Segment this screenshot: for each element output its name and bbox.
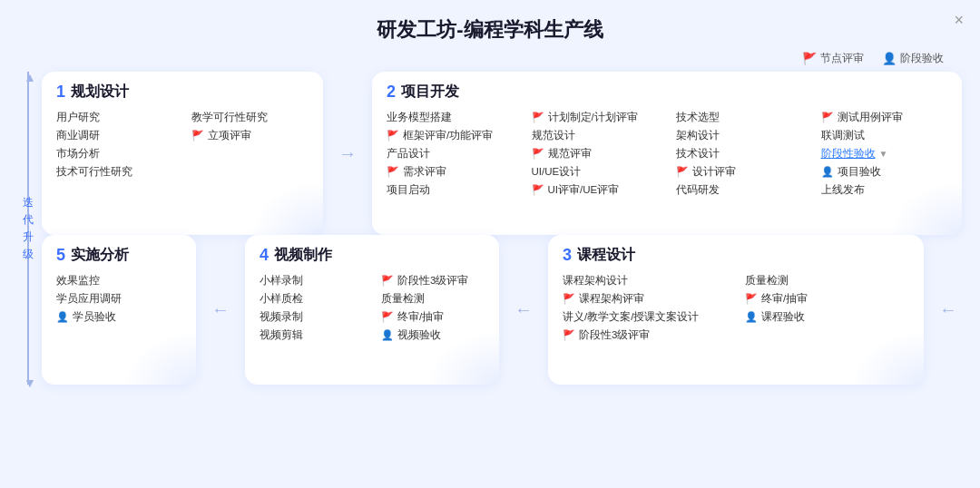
phase5-col1: 效果监控 学员应用调研 👤学员验收 bbox=[56, 274, 181, 324]
phase4-title: 视频制作 bbox=[274, 246, 332, 265]
top-row: 1 规划设计 用户研究 商业调研 市场分析 技术可行性研究 教学可行性研究 🚩立… bbox=[42, 72, 962, 235]
phase5-title: 实施分析 bbox=[71, 246, 129, 265]
list-item: 👤项目验收 bbox=[821, 165, 948, 179]
list-item: 🚩规范评审 bbox=[532, 147, 659, 161]
phase2-card: 2 项目开发 业务模型搭建 🚩框架评审/功能评审 产品设计 🚩需求评审 项目启动… bbox=[372, 72, 962, 235]
person-legend-label: 阶段验收 bbox=[900, 51, 944, 66]
list-item: 🚩终审/抽审 bbox=[381, 310, 485, 324]
list-item: 🚩设计评审 bbox=[676, 165, 803, 179]
phase1-body: 用户研究 商业调研 市场分析 技术可行性研究 教学可行性研究 🚩立项评审 bbox=[56, 111, 309, 179]
list-item: 商业调研 bbox=[56, 129, 173, 142]
phase1-number: 1 bbox=[56, 83, 65, 102]
list-item: 技术可行性研究 bbox=[56, 165, 173, 179]
phase1-card: 1 规划设计 用户研究 商业调研 市场分析 技术可行性研究 教学可行性研究 🚩立… bbox=[42, 72, 323, 235]
legend: 🚩 节点评审 👤 阶段验收 bbox=[0, 51, 980, 66]
phase4-header: 4 视频制作 bbox=[260, 246, 485, 265]
list-item: 效果监控 bbox=[56, 274, 181, 288]
close-button[interactable]: × bbox=[954, 11, 964, 30]
list-item: 👤学员验收 bbox=[56, 310, 181, 324]
list-item: 质量检测 bbox=[381, 292, 485, 306]
list-item: 🚩课程架构评审 bbox=[563, 292, 727, 306]
phase3-col1: 课程架构设计 🚩课程架构评审 讲义/教学文案/授课文案设计 🚩阶段性3级评审 bbox=[563, 274, 727, 342]
list-item: 🚩计划制定/计划评审 bbox=[532, 111, 659, 124]
legend-flag: 🚩 节点评审 bbox=[802, 51, 864, 66]
phase3-number: 3 bbox=[563, 246, 572, 265]
list-item: 课程架构设计 bbox=[563, 274, 727, 288]
phase2-body: 业务模型搭建 🚩框架评审/功能评审 产品设计 🚩需求评审 项目启动 🚩计划制定/… bbox=[387, 111, 947, 197]
phase5-card: 5 实施分析 效果监控 学员应用调研 👤学员验收 bbox=[42, 235, 196, 385]
page-title: 研发工坊-编程学科生产线 bbox=[0, 0, 980, 51]
phase1-title: 规划设计 bbox=[71, 83, 129, 102]
list-item: 规范设计 bbox=[532, 129, 659, 142]
outer-wrapper: ▲ ▼ 迭代升级 1 规划设计 用户研究 商业调研 市场分析 技术可行性研究 bbox=[18, 72, 962, 385]
phase1-col2: 教学可行性研究 🚩立项评审 bbox=[191, 111, 309, 179]
list-item: 小样录制 bbox=[260, 274, 363, 288]
flag-legend-icon: 🚩 bbox=[802, 52, 817, 65]
list-item: 🚩立项评审 bbox=[191, 129, 309, 142]
list-item: 🚩阶段性3级评审 bbox=[381, 274, 485, 288]
phase2-col4: 🚩测试用例评审 联调测试 阶段性验收 ▼ 👤项目验收 上线发布 bbox=[821, 111, 948, 197]
phase2-title: 项目开发 bbox=[401, 83, 459, 102]
list-item: 👤视频验收 bbox=[381, 328, 485, 342]
phase5-header: 5 实施分析 bbox=[56, 246, 181, 265]
list-item: 🚩需求评审 bbox=[387, 165, 514, 179]
phase2-col2: 🚩计划制定/计划评审 规范设计 🚩规范评审 UI/UE设计 🚩UI评审/UE评审 bbox=[532, 111, 659, 197]
list-item: 用户研究 bbox=[56, 111, 173, 124]
arrow-3to4: ← bbox=[510, 235, 537, 385]
phase1-col1: 用户研究 商业调研 市场分析 技术可行性研究 bbox=[56, 111, 173, 179]
phase2-col3: 技术选型 架构设计 技术设计 🚩设计评审 代码研发 bbox=[676, 111, 803, 197]
phase5-body: 效果监控 学员应用调研 👤学员验收 bbox=[56, 274, 181, 324]
list-item: 项目启动 bbox=[387, 183, 514, 197]
list-item: 学员应用调研 bbox=[56, 292, 181, 306]
flag-legend-label: 节点评审 bbox=[820, 51, 864, 66]
list-item: 质量检测 bbox=[745, 274, 909, 288]
arrow-4to5: ← bbox=[207, 235, 234, 385]
list-item: 小样质检 bbox=[260, 292, 363, 306]
list-item: 🚩UI评审/UE评审 bbox=[532, 183, 659, 197]
iteration-label: 迭代升级 bbox=[18, 195, 38, 262]
list-item: 🚩终审/抽审 bbox=[745, 292, 909, 306]
arrow-1to2: → bbox=[334, 72, 361, 235]
iter-arrow-down: ▼ bbox=[24, 376, 36, 390]
list-item: 上线发布 bbox=[821, 183, 948, 197]
main-content: ▲ ▼ 迭代升级 1 规划设计 用户研究 商业调研 市场分析 技术可行性研究 bbox=[0, 72, 980, 385]
phase5-number: 5 bbox=[56, 246, 65, 265]
legend-person: 👤 阶段验收 bbox=[882, 51, 944, 66]
list-item: UI/UE设计 bbox=[532, 165, 659, 179]
bottom-row: 5 实施分析 效果监控 学员应用调研 👤学员验收 ← 4 视频制作 bbox=[42, 235, 962, 385]
phase2-number: 2 bbox=[387, 83, 396, 102]
phase3-title: 课程设计 bbox=[577, 246, 635, 265]
phase3-card: 3 课程设计 课程架构设计 🚩课程架构评审 讲义/教学文案/授课文案设计 🚩阶段… bbox=[548, 235, 924, 385]
phase1-header: 1 规划设计 bbox=[56, 83, 309, 102]
arrow-2to3: ← bbox=[935, 235, 962, 385]
phase3-col2: 质量检测 🚩终审/抽审 👤课程验收 bbox=[745, 274, 909, 342]
list-item: 代码研发 bbox=[676, 183, 803, 197]
phase4-body: 小样录制 小样质检 视频录制 视频剪辑 🚩阶段性3级评审 质量检测 🚩终审/抽审… bbox=[260, 274, 485, 342]
list-item: 技术设计 bbox=[676, 147, 803, 161]
phase2-header: 2 项目开发 bbox=[387, 83, 947, 102]
list-item: 🚩阶段性3级评审 bbox=[563, 328, 727, 342]
phase3-header: 3 课程设计 bbox=[563, 246, 909, 265]
phase3-body: 课程架构设计 🚩课程架构评审 讲义/教学文案/授课文案设计 🚩阶段性3级评审 质… bbox=[563, 274, 909, 342]
phase4-number: 4 bbox=[260, 246, 269, 265]
phase2-col1: 业务模型搭建 🚩框架评审/功能评审 产品设计 🚩需求评审 项目启动 bbox=[387, 111, 514, 197]
list-item: 视频录制 bbox=[260, 310, 363, 324]
person-legend-icon: 👤 bbox=[882, 52, 897, 65]
list-item: 讲义/教学文案/授课文案设计 bbox=[563, 310, 727, 324]
list-item: 视频剪辑 bbox=[260, 328, 363, 342]
phase4-col2: 🚩阶段性3级评审 质量检测 🚩终审/抽审 👤视频验收 bbox=[381, 274, 485, 342]
list-item: 架构设计 bbox=[676, 129, 803, 142]
list-item: 🚩测试用例评审 bbox=[821, 111, 948, 124]
list-item: 阶段性验收 ▼ bbox=[821, 147, 948, 161]
list-item: 技术选型 bbox=[676, 111, 803, 124]
list-item: 业务模型搭建 bbox=[387, 111, 514, 124]
phase4-card: 4 视频制作 小样录制 小样质检 视频录制 视频剪辑 🚩阶段性3级评审 质量检测… bbox=[245, 235, 499, 385]
list-item: 产品设计 bbox=[387, 147, 514, 161]
phase4-col1: 小样录制 小样质检 视频录制 视频剪辑 bbox=[260, 274, 363, 342]
list-item: 教学可行性研究 bbox=[191, 111, 309, 124]
list-item: 市场分析 bbox=[56, 147, 173, 161]
list-item: 👤课程验收 bbox=[745, 310, 909, 324]
iter-arrow-up: ▲ bbox=[24, 70, 36, 84]
list-item: 🚩框架评审/功能评审 bbox=[387, 129, 514, 142]
list-item: 联调测试 bbox=[821, 129, 948, 142]
